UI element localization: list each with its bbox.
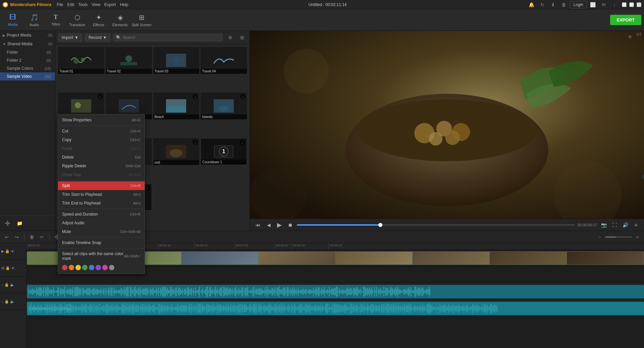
lock-icon[interactable]: 🔒 bbox=[5, 249, 10, 253]
wave-bar bbox=[92, 289, 92, 294]
record-button[interactable]: Record ▼ bbox=[85, 34, 111, 42]
ctx-select-color[interactable]: Select all clips with the same color mar… bbox=[58, 249, 145, 263]
more-preview-icon[interactable]: ≡ bbox=[632, 221, 640, 229]
audio-clip2[interactable]: Other scenarios (Long Map) bbox=[27, 302, 644, 315]
toolbar-split-screen[interactable]: ⊞ Split Screen bbox=[131, 11, 152, 30]
menu-edit[interactable]: Edit bbox=[67, 2, 74, 7]
toolbar-effects[interactable]: ✦ Effects bbox=[89, 11, 109, 30]
media-item-food3[interactable]: ↓ ood bbox=[153, 138, 200, 182]
grid-layout-icon[interactable]: ⊞ bbox=[237, 33, 247, 42]
search-box[interactable]: 🔍 bbox=[113, 34, 223, 41]
media-item-travel04[interactable]: Travel 04 bbox=[201, 47, 247, 91]
panel-item-folder[interactable]: Folder (0) bbox=[0, 48, 55, 56]
media-item-countdown1[interactable]: 1 ↓ Countdown 1 bbox=[201, 138, 247, 182]
undo-button[interactable]: ↩ bbox=[3, 233, 11, 241]
menu-help[interactable]: Help bbox=[120, 2, 128, 7]
ctx-speed-duration[interactable]: Speed and Duration Ctrl+R bbox=[58, 210, 145, 219]
menu-view[interactable]: View bbox=[92, 2, 100, 7]
play-button[interactable]: ▶ bbox=[275, 221, 283, 229]
close-button[interactable]: ✕ bbox=[637, 2, 641, 7]
delete-button[interactable]: 🗑 bbox=[28, 233, 36, 241]
ctx-show-properties[interactable]: Show Properties Alt+E bbox=[58, 116, 145, 124]
ctx-trim-end[interactable]: Trim End to Playhead Alt+] bbox=[58, 199, 145, 208]
toolbar-titles[interactable]: T Titles bbox=[46, 11, 66, 30]
ctx-adjust-audio[interactable]: Adjust Audio bbox=[58, 219, 145, 227]
refresh-icon[interactable]: ↻ bbox=[538, 0, 547, 9]
mute2-icon[interactable]: 🔈 bbox=[10, 299, 15, 304]
search-input[interactable] bbox=[122, 35, 220, 40]
step-back-button[interactable]: ◀ bbox=[265, 221, 273, 229]
progress-handle[interactable] bbox=[378, 223, 382, 227]
panel-item-sample-colors[interactable]: Sample Colors (15) bbox=[0, 64, 55, 72]
color-yellow[interactable] bbox=[75, 265, 81, 270]
shared-media-header[interactable]: ▼ Shared Media (0) bbox=[0, 40, 55, 48]
ctx-copy[interactable]: Copy Ctrl+C bbox=[58, 135, 145, 144]
maximize-button[interactable]: □ bbox=[629, 2, 634, 7]
media-item-travel01[interactable]: Travel 01 bbox=[58, 47, 104, 91]
color-gray[interactable] bbox=[109, 265, 114, 270]
project-media-header[interactable]: ▶ Project Media (0) bbox=[0, 31, 55, 40]
lock2-icon[interactable]: 🔒 bbox=[5, 266, 10, 270]
snapshot-preview-icon[interactable]: 📷 bbox=[600, 221, 608, 229]
trash-icon[interactable]: 🗑 bbox=[559, 0, 569, 9]
stop-button[interactable]: ⏹ bbox=[286, 221, 294, 229]
media-item-travel02[interactable]: Travel 02 bbox=[106, 47, 152, 91]
color-purple[interactable] bbox=[96, 265, 101, 270]
redo-button[interactable]: ↪ bbox=[13, 233, 21, 241]
eye2-icon[interactable]: 👁 bbox=[11, 266, 15, 270]
toolbar-transition[interactable]: ⬡ Transition bbox=[67, 11, 87, 30]
toolbar-elements[interactable]: ◈ Elements bbox=[110, 11, 130, 30]
add-media-icon[interactable]: ➕ bbox=[3, 219, 12, 228]
go-start-button[interactable]: ⏮ bbox=[254, 221, 262, 229]
ctx-split[interactable]: Split Ctrl+B bbox=[58, 181, 145, 190]
ctx-mute[interactable]: Mute Ctrl+Shift+M bbox=[58, 227, 145, 236]
color-blue[interactable] bbox=[89, 265, 94, 270]
zoom-in-icon[interactable]: + bbox=[633, 233, 641, 241]
folder-add-icon[interactable]: 📁 bbox=[15, 219, 24, 228]
menu-export[interactable]: Export bbox=[104, 2, 116, 7]
ctx-ripple-delete[interactable]: Ripple Delete Shift+Del bbox=[58, 162, 145, 170]
wave-bar bbox=[89, 288, 89, 295]
toolbar-audio[interactable]: 🎵 Audio bbox=[24, 11, 44, 30]
eye-icon[interactable]: 👁 bbox=[11, 249, 14, 253]
lock3-icon[interactable]: 🔒 bbox=[4, 283, 9, 287]
export-button[interactable]: EXPORT bbox=[610, 15, 641, 25]
filter-icon[interactable]: ⚙ bbox=[225, 33, 235, 42]
color-orange[interactable] bbox=[69, 265, 74, 270]
notification-icon[interactable]: 🔔 bbox=[527, 0, 536, 9]
cut-button[interactable]: ✂ bbox=[38, 233, 46, 241]
import-button[interactable]: Import ▼ bbox=[58, 34, 82, 42]
preview-settings-icon[interactable]: ⚙ bbox=[626, 32, 635, 42]
toolbar-media[interactable]: 🎞 Media bbox=[3, 11, 23, 30]
color-pink[interactable] bbox=[102, 265, 108, 270]
download-icon[interactable]: ⬇ bbox=[548, 0, 558, 9]
color-green[interactable] bbox=[82, 265, 88, 270]
volume-icon[interactable]: 🔊 bbox=[621, 221, 629, 229]
download2-icon[interactable]: ↓ bbox=[610, 0, 619, 9]
menu-tools[interactable]: Tools bbox=[78, 2, 88, 7]
ctx-close-gap[interactable]: Close Gap Alt+Del bbox=[58, 170, 145, 179]
panel-item-folder2[interactable]: Folder 2 (0) bbox=[0, 56, 55, 64]
audio-clip-main[interactable] bbox=[27, 285, 644, 298]
ctx-trim-start[interactable]: Trim Start to Playhead Alt+[ bbox=[58, 190, 145, 199]
ctx-paste[interactable]: Paste Ctrl+V bbox=[58, 144, 145, 153]
color-red[interactable] bbox=[62, 265, 67, 270]
login-button[interactable]: Login bbox=[570, 1, 587, 8]
lock4-icon[interactable]: 🔒 bbox=[4, 299, 9, 304]
fullscreen-icon[interactable]: ⛶ bbox=[610, 221, 619, 229]
ctx-enable-snap[interactable]: Enable Timeline Snap bbox=[58, 238, 145, 247]
ctx-cut[interactable]: Cut Ctrl+X bbox=[58, 127, 145, 135]
minimize-button[interactable]: ─ bbox=[622, 2, 627, 7]
ctx-delete[interactable]: Delete Del bbox=[58, 153, 145, 162]
zoom-track[interactable] bbox=[605, 236, 632, 238]
media-item-islands[interactable]: ↓ Islands bbox=[201, 93, 247, 137]
progress-track[interactable] bbox=[297, 224, 575, 226]
panel-item-sample-video[interactable]: Sample Video (20) bbox=[0, 72, 55, 80]
zoom-out-icon[interactable]: − bbox=[596, 233, 604, 241]
snapshot-icon[interactable]: ⬜ bbox=[588, 0, 598, 9]
envelope-icon[interactable]: ✉ bbox=[599, 0, 608, 9]
media-item-beach[interactable]: ↓ Beach bbox=[153, 93, 200, 137]
media-item-travel03[interactable]: Travel 03 bbox=[153, 47, 200, 91]
mute-icon[interactable]: 🔈 bbox=[10, 283, 15, 287]
menu-file[interactable]: File bbox=[57, 2, 63, 7]
